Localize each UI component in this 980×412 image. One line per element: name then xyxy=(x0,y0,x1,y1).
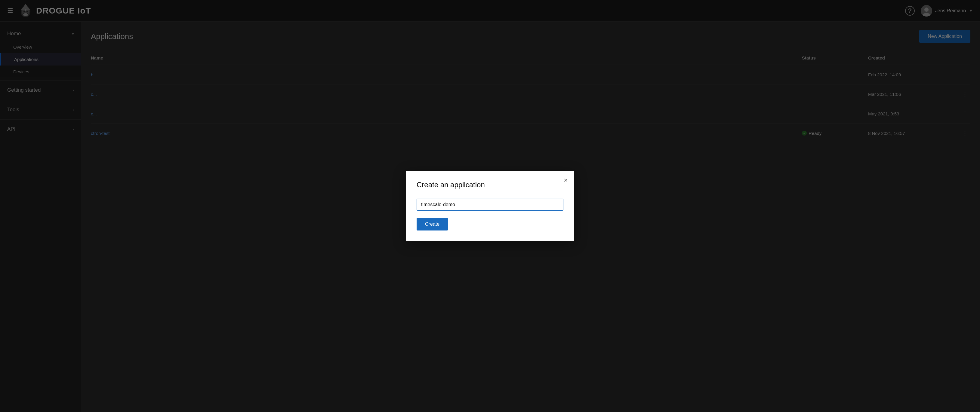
modal-title: Create an application xyxy=(417,181,563,189)
create-button[interactable]: Create xyxy=(417,218,448,230)
application-name-input[interactable] xyxy=(417,199,563,211)
modal-close-button[interactable]: × xyxy=(564,177,568,184)
modal-overlay[interactable]: × Create an application Create xyxy=(0,0,980,412)
create-application-modal: × Create an application Create xyxy=(406,171,574,241)
